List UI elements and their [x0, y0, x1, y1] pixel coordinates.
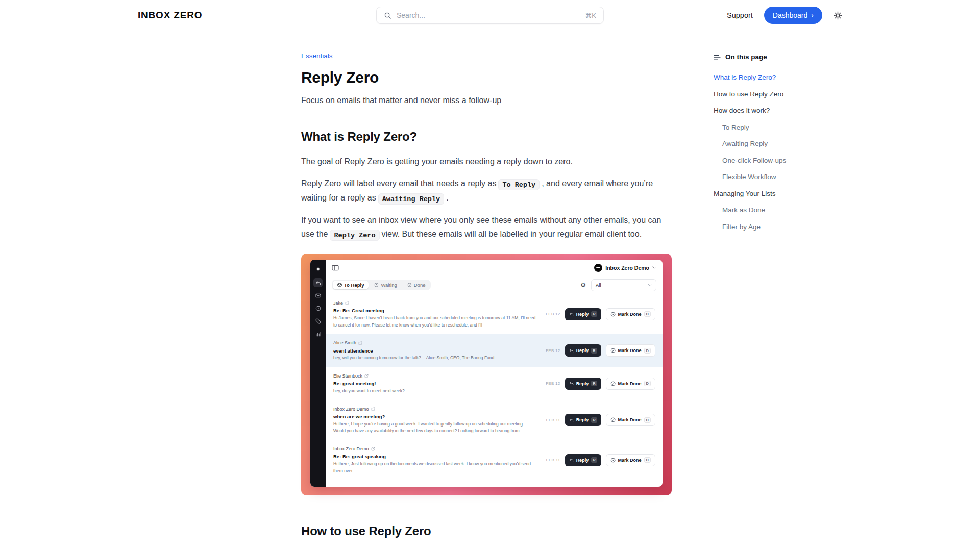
toc-item-managing-your-lists[interactable]: Managing Your Lists: [714, 190, 857, 197]
chevron-down-icon: [648, 284, 652, 286]
reply-icon: [313, 278, 323, 287]
logo[interactable]: INBOX ZERO: [138, 10, 202, 21]
demo-tab-row: To ReplyWaitingDone ⚙ All: [326, 276, 663, 294]
reply-arrow-icon: [569, 418, 574, 422]
check-circle-icon: [610, 458, 616, 463]
toc-item-what-is-reply-zero-[interactable]: What is Reply Zero?: [714, 74, 857, 81]
keyboard-shortcut-badge: D: [644, 417, 651, 423]
demo-email-snippet: Hi James, Since I haven’t heard back fro…: [333, 315, 537, 329]
keyboard-shortcut-badge: D: [644, 457, 651, 463]
toc-item-how-does-it-work-[interactable]: How does it work?: [714, 107, 857, 114]
chevron-right-icon: ›: [811, 11, 814, 19]
keyboard-shortcut-badge: R: [591, 311, 597, 317]
demo-email-row: Elie Steinbock Re: great meeting! hey, d…: [326, 367, 663, 400]
demo-reply-button: Reply R: [565, 454, 601, 466]
demo-reply-button: Reply R: [565, 308, 601, 320]
demo-email-list: Jake Re: Re: Great meeting Hi James, Sin…: [326, 294, 663, 487]
demo-reply-button: Reply R: [565, 414, 601, 426]
demo-email-row: Inbox Zero Demo when are we meeting? Hi …: [326, 400, 663, 440]
inline-code-to-reply: To Reply: [498, 179, 540, 190]
sidebar-toggle-icon: [332, 265, 339, 271]
page-subtitle: Focus on emails that matter and never mi…: [301, 93, 672, 107]
clock-icon: [313, 304, 323, 313]
search-shortcut: ⌘K: [585, 12, 596, 19]
paragraph: The goal of Reply Zero is getting your e…: [301, 155, 672, 168]
external-link-icon: [371, 447, 375, 451]
paragraph: Reply Zero will label every email that n…: [301, 177, 672, 205]
reply-arrow-icon: [569, 348, 574, 353]
demo-email-snippet: Hi there, Just following up on thedocume…: [333, 461, 537, 474]
demo-mark-done-button: Mark Done D: [606, 414, 655, 426]
demo-email-sender: Jake: [333, 299, 343, 307]
demo-email-subject: when are we meeting?: [333, 413, 537, 421]
keyboard-shortcut-badge: D: [644, 381, 651, 386]
demo-workspace-name: Inbox Zero Demo: [605, 265, 649, 271]
demo-filter-select: All: [591, 279, 656, 291]
demo-mark-done-button: Mark Done D: [606, 344, 655, 357]
toc-item-filter-by-age[interactable]: Filter by Age: [714, 223, 857, 231]
toc-item-to-reply[interactable]: To Reply: [714, 124, 857, 131]
keyboard-shortcut-badge: R: [591, 348, 597, 354]
page-title: Reply Zero: [301, 68, 672, 87]
demo-email-snippet: hey, do you want to meet next week?: [333, 388, 537, 395]
demo-tab-done: Done: [403, 281, 430, 289]
check-circle-icon: [610, 417, 616, 422]
avatar: [594, 264, 602, 272]
inline-code-reply-zero: Reply Zero: [330, 230, 379, 241]
demo-email-snippet: Hi there, I hope you’re having a good we…: [333, 421, 537, 435]
demo-reply-button: Reply R: [565, 378, 601, 390]
tag-icon: [313, 316, 323, 325]
toc-item-one-click-follow-ups[interactable]: One-click Follow-ups: [714, 157, 857, 164]
demo-email-sender: Inbox Zero Demo: [333, 406, 369, 413]
demo-email-row: Jake Re: Re: Great meeting Hi James, Sin…: [326, 294, 663, 334]
demo-email-subject: Re: Re: Great meeting: [333, 307, 537, 315]
article: Essentials Reply Zero Focus on emails th…: [301, 51, 672, 539]
reply-arrow-icon: [569, 458, 574, 462]
demo-app-main: Inbox Zero Demo To ReplyWaitingDone ⚙ Al…: [326, 260, 663, 487]
support-link[interactable]: Support: [727, 11, 753, 19]
demo-tab-waiting: Waiting: [370, 281, 401, 289]
external-link-icon: [358, 341, 362, 345]
demo-email-date: FEB 11: [545, 458, 560, 462]
demo-topbar: Inbox Zero Demo: [326, 260, 663, 276]
search-placeholder: Search...: [397, 11, 580, 19]
toc-item-how-to-use-reply-zero[interactable]: How to use Reply Zero: [714, 91, 857, 98]
keyboard-shortcut-badge: R: [591, 457, 597, 463]
list-lines-icon: [714, 54, 721, 60]
demo-email-snippet: hey, will you be coming tomorrow for the…: [333, 355, 537, 362]
keyboard-shortcut-badge: R: [591, 381, 597, 386]
demo-app-window: Inbox Zero Demo To ReplyWaitingDone ⚙ Al…: [310, 260, 663, 487]
toc-item-mark-as-done[interactable]: Mark as Done: [714, 207, 857, 214]
search-icon: [384, 12, 391, 19]
inline-code-awaiting-reply: Awaiting Reply: [378, 193, 444, 205]
theme-toggle-button[interactable]: [834, 11, 842, 20]
demo-email-date: FEB 11: [545, 418, 560, 422]
demo-tab-group: To ReplyWaitingDone: [332, 280, 431, 290]
demo-email-subject: Re: great meeting!: [333, 380, 537, 388]
toc-item-flexible-workflow[interactable]: Flexible Workflow: [714, 173, 857, 181]
demo-workspace-switcher: Inbox Zero Demo: [594, 264, 656, 272]
check-circle-icon: [610, 348, 616, 353]
external-link-icon: [345, 301, 349, 305]
chevron-down-icon: [652, 266, 656, 269]
breadcrumb-category[interactable]: Essentials: [301, 52, 333, 60]
paragraph: If you want to see an inbox view where y…: [301, 213, 672, 241]
demo-app-rail: [310, 260, 326, 487]
search-input[interactable]: Search... ⌘K: [376, 7, 604, 24]
demo-mark-done-button: Mark Done D: [606, 378, 655, 390]
toc-item-awaiting-reply[interactable]: Awaiting Reply: [714, 140, 857, 147]
external-link-icon: [364, 374, 369, 378]
demo-email-date: FEB 12: [545, 312, 560, 316]
demo-tab-to-reply: To Reply: [333, 281, 369, 289]
reply-arrow-icon: [569, 381, 574, 386]
reply-arrow-icon: [569, 312, 574, 316]
keyboard-shortcut-badge: R: [591, 417, 597, 423]
external-link-icon: [371, 407, 375, 411]
dashboard-button[interactable]: Dashboard ›: [764, 7, 822, 24]
demo-email-sender: Alice Smith: [333, 339, 356, 346]
check-circle-icon: [610, 381, 616, 386]
site-header: INBOX ZERO Search... ⌘K Support Dashboar…: [0, 0, 980, 31]
demo-filter-value: All: [596, 282, 601, 288]
demo-email-subject: Re: Re: great speaking: [333, 453, 537, 461]
demo-email-sender: Inbox Zero Demo: [333, 445, 369, 453]
